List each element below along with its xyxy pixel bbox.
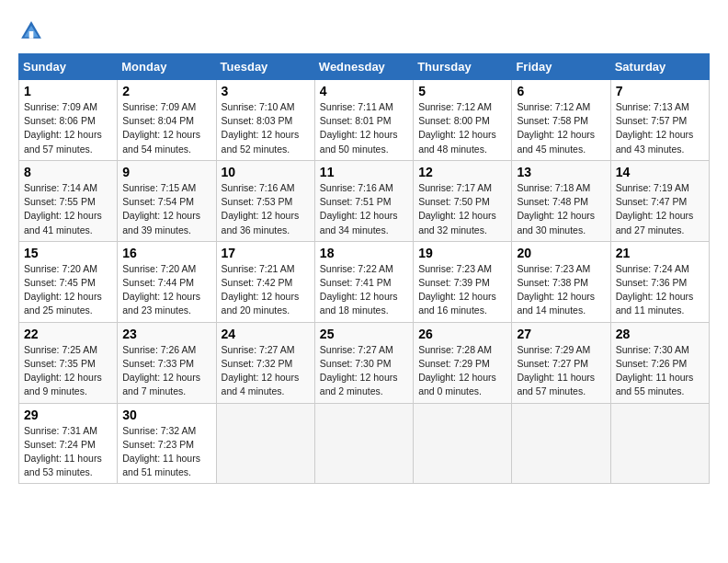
day-info: Sunrise: 7:27 AMSunset: 7:32 PMDaylight:… — [222, 343, 310, 399]
day-number: 14 — [616, 165, 704, 179]
day-cell-10: 10Sunrise: 7:16 AMSunset: 7:53 PMDayligh… — [216, 160, 314, 241]
day-number: 20 — [517, 246, 605, 260]
day-number: 17 — [222, 246, 310, 260]
day-number: 2 — [122, 84, 210, 98]
day-cell-24: 24Sunrise: 7:27 AMSunset: 7:32 PMDayligh… — [216, 322, 314, 403]
day-number: 13 — [517, 165, 605, 179]
day-cell-3: 3Sunrise: 7:10 AMSunset: 8:03 PMDaylight… — [216, 80, 314, 161]
day-number: 10 — [222, 165, 310, 179]
day-info: Sunrise: 7:23 AMSunset: 7:38 PMDaylight:… — [517, 262, 605, 318]
day-number: 11 — [320, 165, 408, 179]
day-cell-16: 16Sunrise: 7:20 AMSunset: 7:44 PMDayligh… — [118, 241, 216, 322]
day-cell-18: 18Sunrise: 7:22 AMSunset: 7:41 PMDayligh… — [314, 241, 413, 322]
svg-rect-2 — [29, 31, 34, 39]
day-cell-5: 5Sunrise: 7:12 AMSunset: 8:00 PMDaylight… — [414, 80, 512, 161]
day-info: Sunrise: 7:09 AMSunset: 8:04 PMDaylight:… — [122, 100, 210, 156]
day-cell-8: 8Sunrise: 7:14 AMSunset: 7:55 PMDaylight… — [19, 160, 118, 241]
day-info: Sunrise: 7:20 AMSunset: 7:45 PMDaylight:… — [24, 262, 112, 318]
day-info: Sunrise: 7:32 AMSunset: 7:23 PMDaylight:… — [122, 424, 210, 480]
day-cell-13: 13Sunrise: 7:18 AMSunset: 7:48 PMDayligh… — [512, 160, 610, 241]
day-info: Sunrise: 7:15 AMSunset: 7:54 PMDaylight:… — [122, 181, 210, 237]
day-info: Sunrise: 7:31 AMSunset: 7:24 PMDaylight:… — [24, 424, 112, 480]
column-header-friday: Friday — [512, 54, 610, 80]
calendar-week-2: 8Sunrise: 7:14 AMSunset: 7:55 PMDaylight… — [19, 160, 710, 241]
day-cell-15: 15Sunrise: 7:20 AMSunset: 7:45 PMDayligh… — [19, 241, 118, 322]
day-info: Sunrise: 7:19 AMSunset: 7:47 PMDaylight:… — [616, 181, 704, 237]
day-cell-7: 7Sunrise: 7:13 AMSunset: 7:57 PMDaylight… — [610, 80, 709, 161]
day-info: Sunrise: 7:24 AMSunset: 7:36 PMDaylight:… — [616, 262, 704, 318]
day-cell-23: 23Sunrise: 7:26 AMSunset: 7:33 PMDayligh… — [118, 322, 216, 403]
empty-cell — [610, 403, 709, 484]
day-number: 29 — [24, 408, 112, 422]
day-cell-6: 6Sunrise: 7:12 AMSunset: 7:58 PMDaylight… — [512, 80, 610, 161]
day-info: Sunrise: 7:26 AMSunset: 7:33 PMDaylight:… — [122, 343, 210, 399]
day-info: Sunrise: 7:16 AMSunset: 7:53 PMDaylight:… — [222, 181, 310, 237]
calendar-week-4: 22Sunrise: 7:25 AMSunset: 7:35 PMDayligh… — [19, 322, 710, 403]
day-info: Sunrise: 7:16 AMSunset: 7:51 PMDaylight:… — [320, 181, 408, 237]
calendar-week-3: 15Sunrise: 7:20 AMSunset: 7:45 PMDayligh… — [19, 241, 710, 322]
day-cell-29: 29Sunrise: 7:31 AMSunset: 7:24 PMDayligh… — [19, 403, 118, 484]
day-info: Sunrise: 7:09 AMSunset: 8:06 PMDaylight:… — [24, 100, 112, 156]
day-cell-2: 2Sunrise: 7:09 AMSunset: 8:04 PMDaylight… — [118, 80, 216, 161]
day-number: 4 — [320, 84, 408, 98]
day-cell-14: 14Sunrise: 7:19 AMSunset: 7:47 PMDayligh… — [610, 160, 709, 241]
column-header-wednesday: Wednesday — [314, 54, 413, 80]
day-info: Sunrise: 7:30 AMSunset: 7:26 PMDaylight:… — [616, 343, 704, 399]
column-header-tuesday: Tuesday — [216, 54, 314, 80]
day-cell-1: 1Sunrise: 7:09 AMSunset: 8:06 PMDaylight… — [19, 80, 118, 161]
day-cell-25: 25Sunrise: 7:27 AMSunset: 7:30 PMDayligh… — [314, 322, 413, 403]
day-info: Sunrise: 7:25 AMSunset: 7:35 PMDaylight:… — [24, 343, 112, 399]
day-cell-26: 26Sunrise: 7:28 AMSunset: 7:29 PMDayligh… — [414, 322, 512, 403]
day-cell-19: 19Sunrise: 7:23 AMSunset: 7:39 PMDayligh… — [414, 241, 512, 322]
day-info: Sunrise: 7:10 AMSunset: 8:03 PMDaylight:… — [222, 100, 310, 156]
day-info: Sunrise: 7:17 AMSunset: 7:50 PMDaylight:… — [418, 181, 506, 237]
day-cell-17: 17Sunrise: 7:21 AMSunset: 7:42 PMDayligh… — [216, 241, 314, 322]
day-number: 15 — [24, 246, 112, 260]
day-number: 18 — [320, 246, 408, 260]
day-number: 30 — [122, 408, 210, 422]
column-header-monday: Monday — [118, 54, 216, 80]
empty-cell — [216, 403, 314, 484]
day-info: Sunrise: 7:11 AMSunset: 8:01 PMDaylight:… — [320, 100, 408, 156]
logo-icon — [18, 18, 44, 44]
calendar-header-row: SundayMondayTuesdayWednesdayThursdayFrid… — [19, 54, 710, 80]
day-number: 6 — [517, 84, 605, 98]
day-cell-12: 12Sunrise: 7:17 AMSunset: 7:50 PMDayligh… — [414, 160, 512, 241]
day-number: 5 — [418, 84, 506, 98]
day-info: Sunrise: 7:27 AMSunset: 7:30 PMDaylight:… — [320, 343, 408, 399]
day-info: Sunrise: 7:14 AMSunset: 7:55 PMDaylight:… — [24, 181, 112, 237]
day-cell-11: 11Sunrise: 7:16 AMSunset: 7:51 PMDayligh… — [314, 160, 413, 241]
column-header-saturday: Saturday — [610, 54, 709, 80]
day-number: 23 — [122, 327, 210, 341]
day-number: 28 — [616, 327, 704, 341]
day-number: 27 — [517, 327, 605, 341]
day-number: 26 — [418, 327, 506, 341]
day-number: 3 — [222, 84, 310, 98]
day-info: Sunrise: 7:22 AMSunset: 7:41 PMDaylight:… — [320, 262, 408, 318]
day-cell-22: 22Sunrise: 7:25 AMSunset: 7:35 PMDayligh… — [19, 322, 118, 403]
day-info: Sunrise: 7:28 AMSunset: 7:29 PMDaylight:… — [418, 343, 506, 399]
logo — [18, 18, 48, 44]
day-number: 9 — [122, 165, 210, 179]
day-number: 16 — [122, 246, 210, 260]
day-cell-20: 20Sunrise: 7:23 AMSunset: 7:38 PMDayligh… — [512, 241, 610, 322]
day-cell-28: 28Sunrise: 7:30 AMSunset: 7:26 PMDayligh… — [610, 322, 709, 403]
column-header-sunday: Sunday — [19, 54, 118, 80]
day-number: 22 — [24, 327, 112, 341]
day-info: Sunrise: 7:20 AMSunset: 7:44 PMDaylight:… — [122, 262, 210, 318]
day-info: Sunrise: 7:12 AMSunset: 8:00 PMDaylight:… — [418, 100, 506, 156]
day-number: 12 — [418, 165, 506, 179]
day-number: 1 — [24, 84, 112, 98]
empty-cell — [314, 403, 413, 484]
day-number: 21 — [616, 246, 704, 260]
column-header-thursday: Thursday — [414, 54, 512, 80]
day-number: 19 — [418, 246, 506, 260]
day-cell-27: 27Sunrise: 7:29 AMSunset: 7:27 PMDayligh… — [512, 322, 610, 403]
day-number: 25 — [320, 327, 408, 341]
day-number: 8 — [24, 165, 112, 179]
day-cell-4: 4Sunrise: 7:11 AMSunset: 8:01 PMDaylight… — [314, 80, 413, 161]
calendar-body: 1Sunrise: 7:09 AMSunset: 8:06 PMDaylight… — [19, 80, 710, 484]
day-info: Sunrise: 7:29 AMSunset: 7:27 PMDaylight:… — [517, 343, 605, 399]
calendar-week-5: 29Sunrise: 7:31 AMSunset: 7:24 PMDayligh… — [19, 403, 710, 484]
empty-cell — [414, 403, 512, 484]
